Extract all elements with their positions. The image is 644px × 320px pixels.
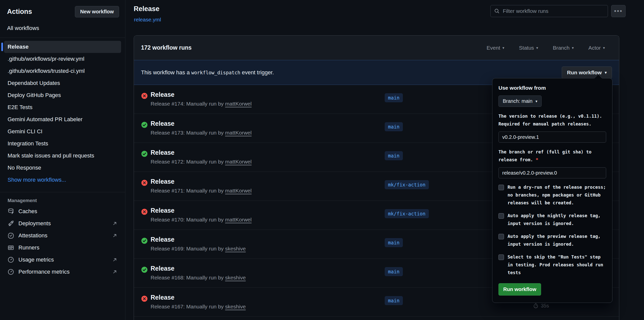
status-filter-dropdown[interactable]: Status▾ <box>519 45 538 51</box>
checkbox[interactable] <box>498 213 504 219</box>
ref-field-description: The branch or ref (full git sha) to rele… <box>498 148 606 164</box>
checkbox[interactable] <box>498 254 504 260</box>
sidebar-item-workflow[interactable]: Gemini CLI CI <box>4 125 121 138</box>
run-actor-link[interactable]: skeshive <box>225 275 246 280</box>
run-status-icon <box>141 179 148 186</box>
run-actor-link[interactable]: mattKorwel <box>225 101 251 107</box>
sidebar-item-workflow[interactable]: Gemini Automated PR Labeler <box>4 113 121 125</box>
run-status-icon <box>141 208 148 215</box>
sidebar-item-workflow[interactable]: Integration Tests <box>4 138 121 150</box>
branch-selector-button[interactable]: Branch: main▾ <box>498 95 542 107</box>
run-title-link[interactable]: Release <box>151 120 175 127</box>
sidebar-item-workflow[interactable]: Mark stale issues and pull requests <box>4 150 121 162</box>
run-title-link[interactable]: Release <box>151 236 175 243</box>
run-title-link[interactable]: Release <box>151 178 175 185</box>
version-input[interactable] <box>498 132 606 143</box>
page-title: Release <box>134 5 159 13</box>
run-description: Release #174: Manually run by mattKorwel <box>151 101 251 107</box>
management-heading: Management <box>8 198 125 203</box>
version-field-description: The version to release (e.g., v0.1.11). … <box>498 112 606 128</box>
run-status-icon <box>141 237 148 244</box>
workflow-options-button[interactable]: ••• <box>611 5 626 17</box>
run-actor-link[interactable]: mattKorwel <box>225 188 251 194</box>
runs-count: 172 workflow runs <box>141 44 192 51</box>
ref-input[interactable] <box>498 167 606 178</box>
sidebar-item-label: Deployments <box>18 220 51 227</box>
arrow-up-right-icon <box>112 233 118 238</box>
sidebar-item-runners[interactable]: Runners <box>4 242 121 254</box>
branch-badge[interactable]: main <box>385 267 403 276</box>
sidebar-item-deployments[interactable]: Deployments <box>4 217 121 230</box>
branch-filter-dropdown[interactable]: Branch▾ <box>553 45 574 51</box>
meter-icon <box>8 257 14 263</box>
branch-badge[interactable]: main <box>385 151 403 160</box>
run-title-link[interactable]: Release <box>151 265 175 272</box>
arrow-up-right-icon <box>112 269 118 275</box>
chevron-down-icon: ▾ <box>502 46 505 50</box>
sidebar-item-caches[interactable]: Caches <box>4 205 121 217</box>
meter-icon <box>8 269 14 275</box>
show-more-workflows-link[interactable]: Show more workflows... <box>4 174 121 186</box>
new-workflow-button[interactable]: New workflow <box>75 6 119 17</box>
run-actor-link[interactable]: mattKorwel <box>225 217 251 222</box>
sidebar-item-label: Attestations <box>18 232 47 239</box>
dry-run-option: Run a dry-run of the release process; no… <box>498 183 606 207</box>
banner-text: This workflow has aworkflow_dispatcheven… <box>141 69 274 76</box>
rocket-icon <box>8 220 14 227</box>
sidebar-item-label: Performance metrics <box>18 269 70 275</box>
sidebar-item-workflow[interactable]: E2E Tests <box>4 101 121 113</box>
branch-badge[interactable]: main <box>385 122 403 131</box>
workflow-dispatch-code: workflow_dispatch <box>190 70 242 75</box>
branch-badge[interactable]: main <box>385 238 403 247</box>
sidebar-item-performance-metrics[interactable]: Performance metrics <box>4 266 121 278</box>
sidebar-item-label: Caches <box>18 208 37 215</box>
sidebar-item-workflow[interactable]: Dependabot Updates <box>4 77 121 89</box>
run-description: Release #170: Manually run by mattKorwel <box>151 217 251 223</box>
sidebar-item-label: Usage metrics <box>18 257 54 263</box>
sidebar-item-workflow[interactable]: No Response <box>4 162 121 174</box>
checkbox[interactable] <box>498 234 504 239</box>
nightly-tag-option: Auto apply the nightly release tag, inpu… <box>498 212 606 228</box>
branch-badge[interactable]: main <box>385 296 403 305</box>
required-marker: * <box>536 157 539 162</box>
sidebar-item-workflow[interactable]: Deploy GitHub Pages <box>4 89 121 101</box>
workflow-file-link[interactable]: release.yml <box>134 17 161 23</box>
branch-badge[interactable]: mk/fix-action <box>385 209 429 218</box>
run-title-link[interactable]: Release <box>151 91 175 98</box>
checkbox[interactable] <box>498 185 504 190</box>
run-status-icon <box>141 92 148 99</box>
run-title-link[interactable]: Release <box>151 207 175 214</box>
run-title-link[interactable]: Release <box>151 149 175 156</box>
run-workflow-dropdown-button[interactable]: Run workflow▾ <box>562 67 612 79</box>
kebab-horizontal-icon: ••• <box>614 10 623 12</box>
chevron-down-icon: ▾ <box>572 46 574 50</box>
sidebar-item-attestations[interactable]: Attestations <box>4 230 121 242</box>
stopwatch-icon <box>533 303 539 308</box>
checkbox-label: Select to skip the "Run Tests" step in t… <box>508 253 606 277</box>
event-filter-dropdown[interactable]: Event▾ <box>487 45 504 51</box>
branch-badge[interactable]: main <box>385 93 403 102</box>
filter-workflow-runs-input[interactable] <box>490 5 608 17</box>
sidebar-item-workflow[interactable]: Release <box>4 41 121 53</box>
checkbox-label: Auto apply the preview release tag, inpu… <box>508 233 606 248</box>
run-workflow-panel: Use workflow from Branch: main▾ The vers… <box>492 78 612 303</box>
run-title-link[interactable]: Release <box>151 294 175 301</box>
run-workflow-submit-button[interactable]: Run workflow <box>498 283 541 296</box>
run-status-icon <box>141 150 148 157</box>
actor-filter-dropdown[interactable]: Actor▾ <box>588 45 605 51</box>
run-actor-link[interactable]: skeshive <box>225 304 246 309</box>
sidebar-item-workflow[interactable]: .github/workflows/pr-review.yml <box>4 53 121 65</box>
chevron-down-icon: ▾ <box>536 99 538 103</box>
branch-badge[interactable]: mk/fix-action <box>385 180 429 189</box>
sidebar-item-all-workflows[interactable]: All workflows <box>7 25 125 31</box>
run-description: Release #172: Manually run by mattKorwel <box>151 159 251 165</box>
chevron-down-icon: ▾ <box>605 71 607 74</box>
search-input[interactable] <box>503 8 604 14</box>
sidebar-item-usage-metrics[interactable]: Usage metrics <box>4 254 121 266</box>
run-actor-link[interactable]: mattKorwel <box>225 159 251 165</box>
run-actor-link[interactable]: mattKorwel <box>225 130 251 136</box>
skip-tests-option: Select to skip the "Run Tests" step in t… <box>498 253 606 277</box>
run-actor-link[interactable]: skeshive <box>225 246 246 251</box>
sidebar-item-workflow[interactable]: .github/workflows/trusted-ci.yml <box>4 65 121 77</box>
search-icon <box>494 8 500 14</box>
